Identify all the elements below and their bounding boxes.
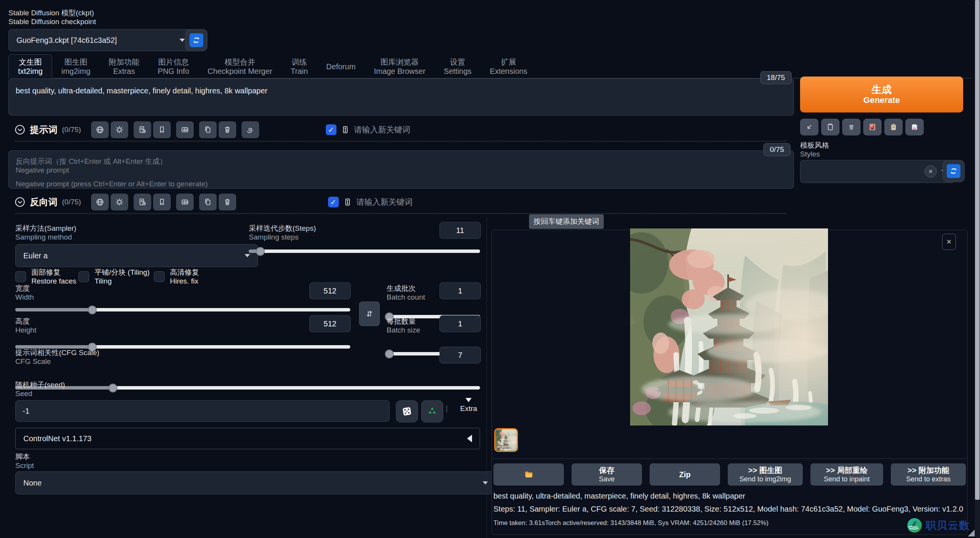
reuse-seed-button[interactable] <box>421 400 443 422</box>
extra-seed-checkbox[interactable] <box>446 406 447 412</box>
copy-prompt-button[interactable] <box>199 194 217 210</box>
keyword-tooltip: 按回车键添加关键词 <box>529 214 604 229</box>
tiling-checkbox[interactable] <box>78 271 89 282</box>
height-value[interactable]: 512 <box>309 315 351 332</box>
send-to-extras-button[interactable]: >> 附加功能Send to extras <box>891 463 966 486</box>
refresh-styles-button[interactable] <box>942 160 965 182</box>
save-style-button[interactable] <box>153 121 171 138</box>
swap-dimensions-button[interactable] <box>359 302 380 326</box>
slider-handle[interactable] <box>256 247 265 256</box>
tab-checkpoint-merger[interactable]: 模型合并Checkpoint Merger <box>198 55 281 78</box>
keyword-enable-checkbox[interactable]: ✓ <box>328 197 339 207</box>
dice-icon <box>401 406 413 417</box>
extra-networks-button[interactable] <box>863 119 882 135</box>
gallery-thumbnail[interactable] <box>494 428 518 452</box>
keyword-input[interactable]: 请输入新关键词 <box>354 124 410 135</box>
open-folder-button[interactable] <box>493 463 564 486</box>
extra-networks-button[interactable] <box>242 121 259 138</box>
styles-label: 模板风格Styles <box>800 141 829 158</box>
tab-img2img[interactable]: 图生图img2img <box>52 55 100 78</box>
translate-ab-button[interactable]: AB <box>176 121 194 138</box>
slider-handle[interactable] <box>88 305 97 314</box>
save-button[interactable]: 保存Save <box>572 463 642 486</box>
folder-icon <box>523 470 534 479</box>
copy-prompt-button[interactable] <box>199 121 217 138</box>
controlnet-accordion[interactable]: ControlNet v1.1.173 <box>15 428 480 449</box>
restore-faces-checkbox[interactable] <box>15 271 26 282</box>
tiling-option[interactable]: 平铺/分块 (Tiling)Tiling <box>78 268 150 285</box>
svg-text:B: B <box>185 201 187 204</box>
gear-icon <box>115 125 124 134</box>
watermark: 职贝云数 <box>906 517 970 533</box>
clear-prompt-button[interactable] <box>219 121 236 138</box>
styles-dropdown[interactable]: × <box>800 160 955 183</box>
prompt-textarea[interactable]: best quality, ultra-detailed, masterpiec… <box>8 78 794 116</box>
checkpoint-dropdown[interactable]: GuoFeng3.ckpt [74c61c3a52] <box>8 29 193 51</box>
clear-styles-icon[interactable]: × <box>924 165 937 178</box>
paste-params-button[interactable] <box>821 119 840 135</box>
generated-image[interactable] <box>630 228 828 426</box>
batch-count-value[interactable]: 1 <box>439 282 481 299</box>
negative-section-title: 反向词 <box>30 196 57 208</box>
script-dropdown[interactable]: None <box>15 471 496 494</box>
spiral-icon <box>246 125 255 134</box>
save-style-button[interactable] <box>905 119 924 135</box>
hires-fix-option[interactable]: 高清修复Hires. fix <box>154 268 199 285</box>
steps-slider[interactable] <box>249 249 480 253</box>
tab-txt2img[interactable]: 文生图txt2img <box>8 54 52 78</box>
refresh-checkpoint-button[interactable] <box>185 29 207 51</box>
scrollbar-thumb[interactable] <box>975 0 980 500</box>
settings-gear-button[interactable] <box>111 121 128 138</box>
save-style-button[interactable] <box>153 194 171 210</box>
tab-image-browser[interactable]: 图库浏览器Image Browser <box>365 55 435 78</box>
cfg-slider[interactable] <box>15 386 480 390</box>
clear-prompt-button[interactable] <box>842 119 861 135</box>
collapse-chevron-icon[interactable] <box>14 196 26 208</box>
width-value[interactable]: 512 <box>309 282 351 299</box>
tab-extras[interactable]: 附加功能Extras <box>100 55 149 78</box>
clear-prompt-button[interactable] <box>219 194 236 210</box>
settings-gear-button[interactable] <box>111 194 128 210</box>
cfg-value[interactable]: 7 <box>439 347 481 364</box>
prompt-section-title: 提示词 <box>30 124 57 136</box>
slider-handle[interactable] <box>385 349 394 358</box>
generate-button[interactable]: 生成 Generate <box>800 77 963 112</box>
scrollbar[interactable] <box>975 0 980 538</box>
slider-handle[interactable] <box>108 383 117 392</box>
tab-png-info[interactable]: 图片信息PNG Info <box>149 55 198 78</box>
seed-input[interactable]: -1 <box>15 400 390 422</box>
keyword-input[interactable]: 请输入新关键词 <box>356 197 413 207</box>
random-seed-button[interactable] <box>396 400 418 422</box>
steps-label: 采样迭代步数(Steps)Sampling steps <box>249 224 316 241</box>
chevron-down-icon <box>483 481 488 484</box>
steps-value[interactable]: 11 <box>439 222 481 239</box>
send-to-img2img-button[interactable]: >> 图生图Send to img2img <box>728 463 803 486</box>
read-generation-params-button[interactable] <box>800 119 818 135</box>
close-gallery-button[interactable]: × <box>942 234 956 250</box>
prompt-history-button[interactable] <box>134 194 151 210</box>
translate-globe-button[interactable] <box>91 194 109 210</box>
send-to-inpaint-button[interactable]: >> 局部重绘Send to inpaint <box>810 463 883 486</box>
tab-extensions[interactable]: 扩展Extensions <box>481 55 537 78</box>
negative-section-counter: (0/75) <box>62 198 81 206</box>
translate-ab-button[interactable]: AB <box>176 194 194 210</box>
tab-train[interactable]: 训练Train <box>281 55 317 78</box>
translate-globe-button[interactable] <box>91 121 109 138</box>
zip-button[interactable]: Zip <box>650 463 720 486</box>
hires-fix-checkbox[interactable] <box>154 271 165 282</box>
width-slider[interactable] <box>15 308 350 311</box>
tab-settings[interactable]: 设置Settings <box>434 55 480 78</box>
prompt-history-button[interactable] <box>134 121 151 138</box>
ab-translate-icon: AB <box>180 197 189 207</box>
document-clock-icon <box>138 197 147 207</box>
keyword-enable-checkbox[interactable]: ✓ <box>326 124 336 135</box>
collapse-chevron-icon[interactable] <box>14 124 26 136</box>
chevron-down-icon <box>180 39 185 42</box>
tab-deforum[interactable]: Deforum <box>317 55 365 78</box>
negative-prompt-textarea[interactable]: 反向提示词（按 Ctrl+Enter 或 Alt+Enter 生成） Negat… <box>8 150 794 189</box>
apply-style-button[interactable] <box>884 119 903 135</box>
restore-faces-option[interactable]: 面部修复Restore faces <box>15 268 76 285</box>
sampler-dropdown[interactable]: Euler a <box>15 244 258 267</box>
text-cursor-icon <box>340 124 350 136</box>
batch-size-value[interactable]: 1 <box>439 315 481 332</box>
